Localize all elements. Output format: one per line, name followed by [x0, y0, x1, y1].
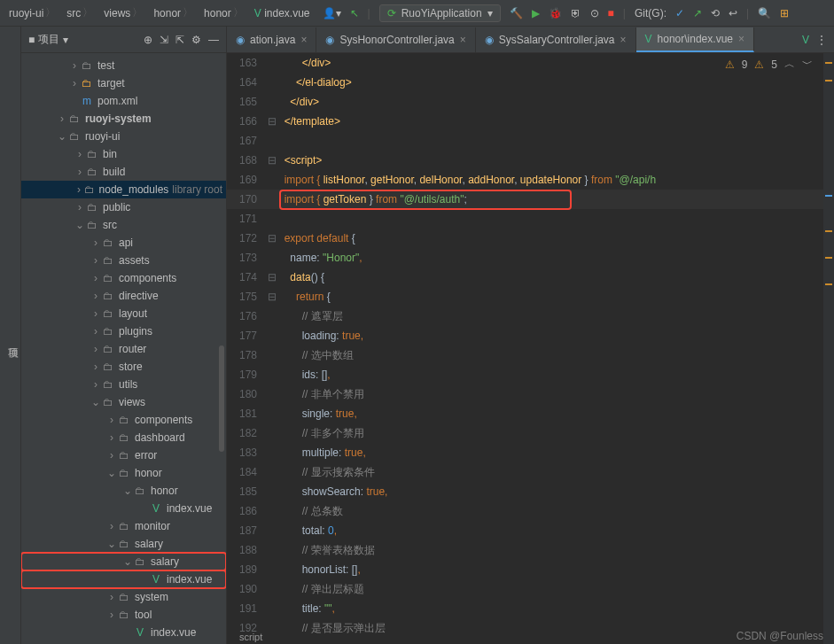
locate-icon[interactable]: ⊕ [144, 34, 152, 46]
close-icon[interactable]: × [460, 34, 466, 46]
search-icon[interactable]: 🔍 [758, 7, 771, 19]
close-icon[interactable]: × [620, 34, 627, 46]
git-commit-icon[interactable]: ↗ [693, 7, 702, 19]
coverage-icon[interactable]: ⛨ [571, 7, 581, 19]
tab-ation[interactable]: ◉ation.java× [227, 27, 316, 52]
breadcrumb[interactable]: src〉 [63, 5, 98, 20]
debug-icon[interactable]: 🐞 [549, 7, 562, 19]
watermark: CSDN @Founless [737, 630, 823, 642]
gear-icon[interactable]: ⚙ [191, 34, 201, 46]
editor-pane: ◉ation.java× ◉SysHonorController.java× ◉… [227, 27, 834, 644]
vue-icon[interactable]: V [802, 34, 809, 46]
tab-honor-index[interactable]: Vhonor\index.vue× [636, 27, 754, 52]
breadcrumb[interactable]: views〉 [100, 5, 148, 20]
breadcrumb[interactable]: honor〉 [150, 5, 199, 20]
expand-icon[interactable]: ⇲ [160, 34, 168, 46]
editor-tabs: ◉ation.java× ◉SysHonorController.java× ◉… [227, 27, 834, 53]
sidebar-title: ■ 项目 ▾ [28, 32, 68, 47]
more-icon[interactable]: ⋮ [816, 34, 827, 46]
project-tool-button[interactable]: 项目 [0, 27, 21, 644]
run-icon[interactable]: ▶ [532, 7, 540, 19]
breadcrumb[interactable]: honor〉 [200, 5, 249, 20]
breadcrumb[interactable]: V index.vue [251, 7, 314, 19]
stop-icon[interactable]: ■ [608, 7, 614, 19]
git-revert-icon[interactable]: ↩ [729, 7, 737, 19]
project-sidebar: ■ 项目 ▾ ⊕ ⇲ ⇱ ⚙ — ›🗀test ›🗀target mpom.xm… [21, 27, 227, 644]
project-tree[interactable]: ›🗀test ›🗀target mpom.xml ›🗀ruoyi-system … [21, 53, 226, 644]
close-icon[interactable]: × [738, 33, 744, 45]
editor-minimap[interactable] [823, 53, 834, 644]
git-update-icon[interactable]: ✓ [675, 7, 684, 19]
close-icon[interactable]: × [300, 34, 307, 46]
code-editor[interactable]: 163 </div> 164 </el-dialog> 165 </div> 1… [227, 53, 834, 644]
hide-icon[interactable]: — [208, 34, 219, 46]
settings-icon[interactable]: ⊞ [780, 7, 789, 19]
collapse-icon[interactable]: ⇱ [175, 34, 184, 46]
breadcrumb[interactable]: ruoyi-ui〉 [5, 5, 61, 20]
tree-scroll[interactable] [219, 345, 224, 452]
profile-icon[interactable]: ⊙ [590, 7, 599, 19]
tab-syssalary[interactable]: ◉SysSalaryController.java× [476, 27, 636, 52]
run-config-dropdown[interactable]: ⟳RuoYiApplication▾ [379, 4, 501, 22]
git-history-icon[interactable]: ⟲ [711, 7, 720, 19]
user-icon[interactable]: 👤▾ [323, 7, 341, 19]
breadcrumb-script[interactable]: script [239, 630, 262, 644]
git-label: Git(G): [635, 7, 666, 19]
breadcrumb-bar: ruoyi-ui〉 src〉 views〉 honor〉 honor〉 V in… [0, 0, 834, 27]
back-icon[interactable]: ↖ [350, 7, 359, 19]
build-icon[interactable]: 🔨 [510, 7, 523, 19]
tab-syshonor[interactable]: ◉SysHonorController.java× [316, 27, 475, 52]
